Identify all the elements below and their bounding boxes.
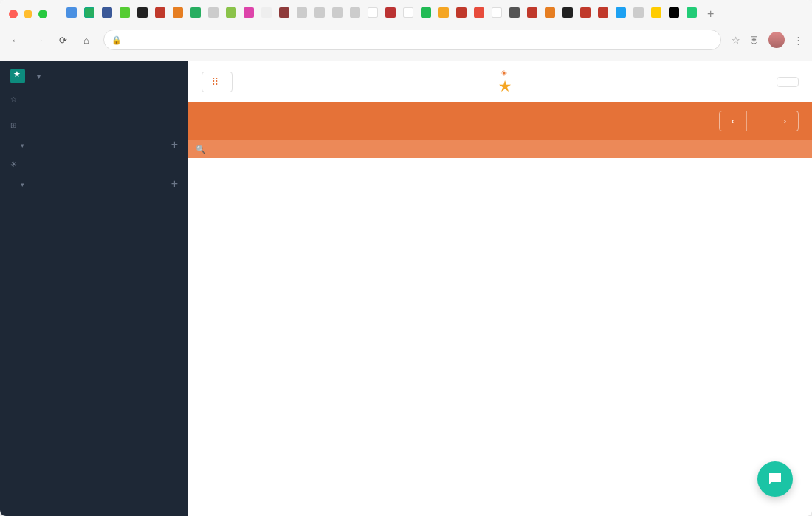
breadcrumb (499, 69, 511, 78)
date-prev[interactable]: ‹ (720, 111, 747, 131)
views-toggle-2[interactable]: ▾ + (0, 174, 188, 193)
sidebar: ▾ ☆ ⊞ ▾ + ☀ ▾ + (0, 61, 188, 516)
vacations-section[interactable]: ☀ (0, 154, 188, 174)
team-logo-icon (10, 69, 25, 83)
chevron-down-icon: ▾ (37, 72, 41, 80)
favorites-section: ☆ (0, 89, 188, 109)
browser-tabs: + (66, 7, 714, 21)
date-today[interactable] (747, 111, 771, 131)
grid-icon: ⠿ (211, 77, 219, 87)
new-tab[interactable]: + (707, 7, 714, 21)
lock-icon: 🔒 (111, 35, 122, 45)
date-next[interactable]: › (771, 111, 798, 131)
shield-icon[interactable]: ⛨ (749, 34, 760, 46)
date-range-bar: ‹ › (188, 102, 812, 140)
window-minimize[interactable] (24, 10, 32, 18)
add-view-button[interactable]: + (171, 177, 178, 190)
star-icon: ☆ (10, 95, 18, 103)
apptracker-section[interactable]: ⊞ (0, 115, 188, 135)
nav-reload[interactable]: ⟳ (56, 33, 69, 47)
page-title (499, 78, 511, 94)
cog-icon: ⊞ (10, 121, 17, 129)
content-area: ⠿ ‹ › 🔍 (188, 61, 812, 516)
search-icon: 🔍 (196, 145, 206, 154)
nav-forward[interactable]: → (32, 33, 46, 47)
profile-avatar[interactable] (768, 32, 785, 48)
add-view-button[interactable]: + (171, 138, 178, 151)
nav-home[interactable]: ⌂ (80, 33, 93, 47)
chat-icon (766, 470, 784, 488)
address-bar[interactable]: 🔒 (103, 30, 721, 50)
menu-icon[interactable]: ⋮ (794, 35, 803, 46)
sun-icon: ☀ (10, 160, 18, 168)
filter-lanes-input[interactable] (210, 145, 292, 154)
apps-label (0, 109, 188, 115)
nav-back[interactable]: ← (9, 33, 22, 47)
views-toggle[interactable]: ▾ + (0, 135, 188, 154)
chat-button[interactable] (757, 461, 793, 497)
window-zoom[interactable] (38, 10, 47, 18)
browser-chrome: + ← → ⟳ ⌂ 🔒 ☆ ⛨ ⋮ (0, 0, 812, 61)
views-button[interactable]: ⠿ (202, 72, 233, 92)
star-icon[interactable]: ☆ (732, 35, 740, 46)
window-close[interactable] (9, 10, 18, 18)
team-switcher[interactable]: ▾ (0, 61, 188, 88)
actions-button[interactable] (777, 77, 799, 87)
